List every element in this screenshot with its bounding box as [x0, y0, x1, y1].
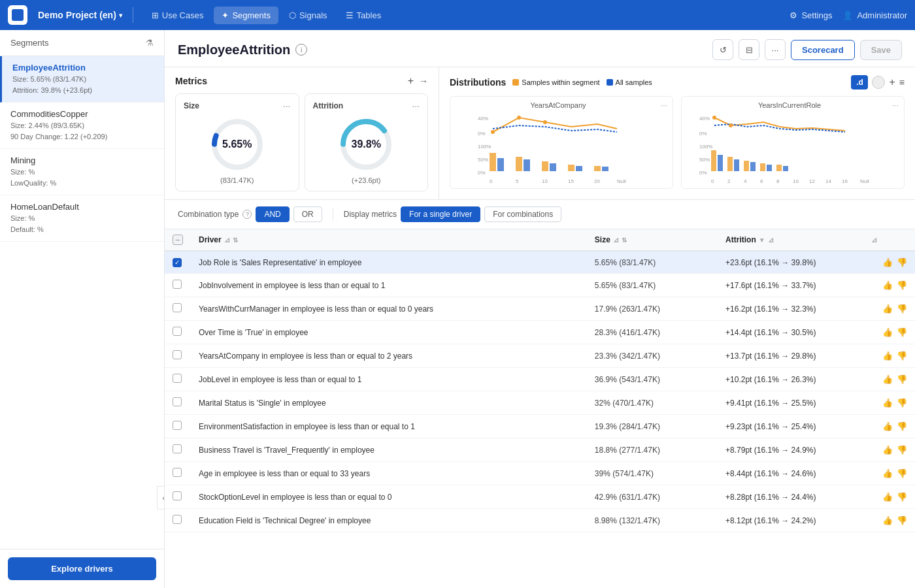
combo-info-icon[interactable]: ? — [242, 210, 252, 219]
svg-text:50%: 50% — [478, 157, 488, 163]
size-filter-icon[interactable]: ⊿ — [613, 236, 619, 244]
table-row: YearsWithCurrManager in employee is less… — [165, 297, 915, 321]
sidebar-item-commoditiescopper[interactable]: CommoditiesCopper Size: 2.44% (89/3.65K)… — [0, 103, 164, 149]
distributions-legend: Samples within segment All samples — [512, 78, 652, 86]
single-driver-button[interactable]: For a single driver — [401, 206, 480, 222]
sidebar-collapse-button[interactable]: ‹ — [157, 486, 165, 510]
table-row: Business Travel is 'Travel_Frequently' i… — [165, 438, 915, 462]
attrition-filter-icon[interactable]: ⊿ — [768, 236, 774, 244]
thumbs-up-button[interactable]: 👍 — [882, 445, 893, 455]
svg-point-9 — [491, 130, 495, 134]
nav-item-signals[interactable]: ⬡ Signals — [281, 7, 335, 24]
app-logo[interactable] — [8, 5, 27, 25]
thumbs-down-button[interactable]: 👎 — [897, 398, 907, 408]
or-toggle-button[interactable]: OR — [293, 206, 322, 222]
metrics-arrow-icon[interactable]: → — [419, 76, 428, 86]
thumbs-down-button[interactable]: 👎 — [897, 492, 907, 502]
thumbs-down-button[interactable]: 👎 — [897, 421, 907, 431]
legend-all: All samples — [607, 78, 652, 86]
size-card-menu-icon[interactable]: ··· — [283, 101, 291, 111]
thumbs-down-button[interactable]: 👎 — [897, 304, 907, 314]
sidebar-items-list: EmployeeAttrition Size: 5.65% (83/1.47K)… — [0, 56, 164, 549]
display-metrics-area: Display metrics For a single driver For … — [344, 206, 561, 222]
row-thumbs: 👍 👎 — [863, 344, 915, 368]
nav-item-tables[interactable]: ☰ Tables — [338, 7, 390, 24]
driver-sort-icon[interactable]: ⇅ — [233, 237, 238, 244]
distributions-title: Distributions — [450, 77, 506, 88]
layout-button[interactable]: ⊟ — [739, 39, 759, 60]
row-checkbox[interactable]: ✓ — [173, 258, 182, 267]
row-checkbox[interactable] — [173, 350, 182, 359]
dist-chart2-menu[interactable]: ··· — [892, 101, 899, 110]
svg-text:0: 0 — [490, 178, 493, 184]
admin-menu[interactable]: 👤 Administrator — [842, 10, 907, 20]
explore-drivers-button[interactable]: Explore drivers — [8, 557, 156, 580]
project-selector[interactable]: Demo Project (en) ▾ — [38, 10, 122, 20]
thumbs-up-button[interactable]: 👍 — [882, 374, 893, 384]
row-size: 36.9% (543/1.47K) — [587, 368, 718, 391]
more-menu-button[interactable]: ··· — [765, 39, 786, 60]
nav-item-usecases[interactable]: ⊞ Use Cases — [144, 7, 212, 24]
thumbs-down-button[interactable]: 👎 — [897, 327, 907, 337]
row-checkbox[interactable] — [173, 280, 182, 289]
thumbs-down-button[interactable]: 👎 — [897, 515, 907, 525]
thumbs-up-button[interactable]: 👍 — [882, 421, 893, 431]
metrics-add-icon[interactable]: + — [408, 75, 414, 87]
row-thumbs: 👍 👎 — [863, 391, 915, 415]
thumbs-up-button[interactable]: 👍 — [882, 398, 893, 408]
info-icon[interactable]: i — [295, 44, 307, 56]
row-checkbox[interactable] — [173, 327, 182, 336]
metrics-header: Metrics + → — [175, 75, 428, 87]
thumbs-down-button[interactable]: 👎 — [897, 468, 907, 478]
row-checkbox[interactable] — [173, 468, 182, 477]
thumbs-down-button[interactable]: 👎 — [897, 280, 907, 290]
size-sort-icon[interactable]: ⇅ — [622, 237, 627, 244]
thumbs-up-button[interactable]: 👍 — [882, 257, 893, 267]
sidebar-item-homeloandefault[interactable]: HomeLoanDefault Size: %Default: % — [0, 195, 164, 242]
row-checkbox[interactable] — [173, 397, 182, 406]
thumbs-down-button[interactable]: 👎 — [897, 374, 907, 384]
row-check-cell — [165, 391, 191, 415]
row-checkbox[interactable] — [173, 515, 182, 524]
dist-d-icon[interactable]: .d — [851, 75, 868, 90]
save-button[interactable]: Save — [860, 40, 902, 60]
thumbs-up-button[interactable]: 👍 — [882, 327, 893, 337]
thumbs-down-button[interactable]: 👎 — [897, 257, 907, 267]
dist-add-icon[interactable]: + — [889, 76, 895, 88]
thumbs-up-button[interactable]: 👍 — [882, 515, 893, 525]
filter-icon[interactable]: ⚗ — [146, 38, 154, 48]
attrition-sort-icon-down[interactable]: ▼ — [759, 237, 765, 244]
thumbs-up-button[interactable]: 👍 — [882, 304, 893, 314]
table-row: Marital Status is 'Single' in employee 3… — [165, 391, 915, 415]
row-checkbox[interactable] — [173, 303, 182, 312]
header-checkbox[interactable]: ─ — [173, 235, 183, 245]
row-checkbox[interactable] — [173, 491, 182, 500]
dist-list-icon[interactable]: ≡ — [899, 77, 905, 88]
sidebar-item-mining[interactable]: Mining Size: %LowQuality: % — [0, 149, 164, 195]
sidebar-item-employeeattrition[interactable]: EmployeeAttrition Size: 5.65% (83/1.47K)… — [0, 56, 164, 103]
row-checkbox[interactable] — [173, 444, 182, 453]
scorecard-button[interactable]: Scorecard — [791, 40, 855, 60]
attrition-card-menu-icon[interactable]: ··· — [412, 101, 420, 111]
thumbs-filter-icon[interactable]: ⊿ — [871, 236, 877, 244]
thumbs-up-button[interactable]: 👍 — [882, 492, 893, 502]
row-checkbox[interactable] — [173, 421, 182, 430]
svg-rect-41 — [760, 163, 765, 171]
settings-button[interactable]: ⚙ Settings — [790, 10, 832, 20]
svg-rect-15 — [524, 159, 530, 171]
attrition-donut-container: 39.8% (+23.6pt) — [313, 115, 420, 184]
dist-chart1-menu[interactable]: ··· — [661, 101, 667, 110]
driver-filter-icon[interactable]: ⊿ — [224, 236, 230, 244]
refresh-button[interactable]: ↺ — [712, 39, 733, 60]
thumbs-down-button[interactable]: 👎 — [897, 445, 907, 455]
and-toggle-button[interactable]: AND — [256, 206, 289, 222]
metrics-title: Metrics — [175, 76, 207, 86]
thumbs-up-button[interactable]: 👍 — [882, 280, 893, 290]
thumbs-down-button[interactable]: 👎 — [897, 351, 907, 361]
nav-item-segments[interactable]: ✦ Segments — [214, 7, 278, 24]
thumbs-up-button[interactable]: 👍 — [882, 351, 893, 361]
row-checkbox[interactable] — [173, 374, 182, 383]
combinations-button[interactable]: For combinations — [484, 206, 561, 222]
thumbs-up-button[interactable]: 👍 — [882, 468, 893, 478]
dist-toggle-icon[interactable] — [872, 76, 885, 89]
